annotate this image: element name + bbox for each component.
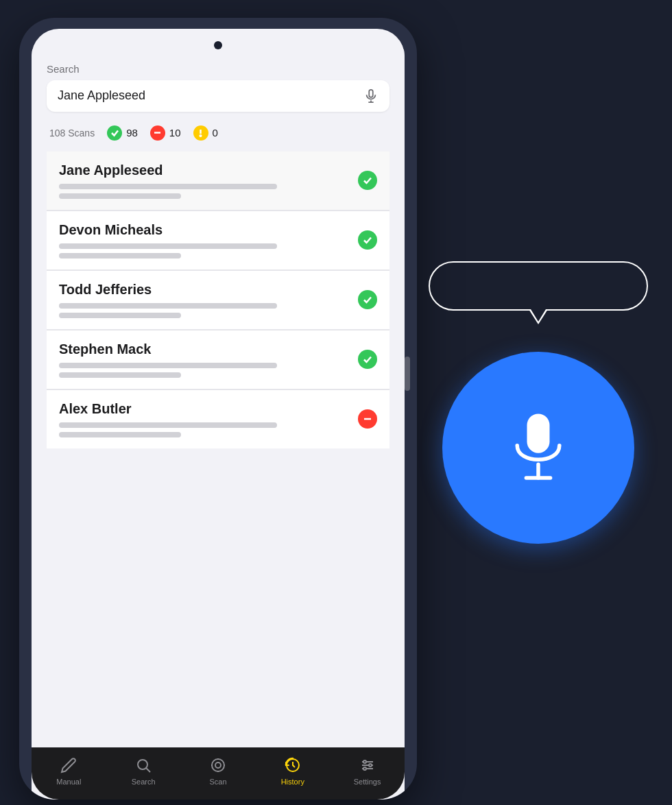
svg-rect-0 [369,89,373,97]
svg-point-10 [215,762,221,768]
status-green-icon [358,350,377,369]
status-green-icon [358,171,377,190]
svg-point-9 [212,759,224,771]
list-item-content: Jane Appleseed [59,163,350,199]
voice-mic-button[interactable] [442,352,634,544]
list-item-bar1 [59,363,277,368]
list-item-content: Alex Butler [59,401,350,437]
scan-icon [208,756,228,775]
mic-icon[interactable] [363,88,379,104]
status-red-icon [358,409,377,429]
nav-item-history[interactable]: History [269,756,317,786]
svg-point-5 [200,135,202,136]
pencil-icon [59,756,78,775]
nav-label-search: Search [132,778,156,786]
speech-bubble [429,261,648,311]
search-icon [134,756,153,775]
status-green-icon [358,290,377,309]
nav-item-settings[interactable]: Settings [344,756,392,786]
green-badge [107,125,122,141]
red-badge [150,125,165,141]
list-item-name: Alex Butler [59,401,350,417]
list-item-bar1 [59,422,277,428]
list-item[interactable]: Stephen Mack [47,330,389,389]
svg-point-21 [363,767,366,770]
list-item[interactable]: Alex Butler [47,389,389,448]
nav-item-search[interactable]: Search [119,756,167,786]
red-count: 10 [169,127,181,139]
history-icon [283,756,302,775]
phone-frame: Search Jane Appleseed 108 Scans [19,18,417,800]
list-item-bar1 [59,184,277,189]
screen-content: Search Jane Appleseed 108 Scans [32,49,405,747]
list-item[interactable]: Todd Jefferies [47,270,389,330]
list-item-bar1 [59,303,277,309]
list-item-name: Jane Appleseed [59,163,350,178]
green-stat: 98 [107,125,138,141]
list-item-content: Devon Micheals [59,222,350,259]
list-item[interactable]: Jane Appleseed [47,152,389,211]
nav-label-manual: Manual [56,778,81,786]
right-panel [405,0,672,805]
red-stat: 10 [150,125,181,141]
green-count: 98 [126,127,138,139]
svg-line-8 [147,768,151,772]
list-item-content: Stephen Mack [59,341,350,378]
nav-label-history: History [281,778,304,786]
list-item-content: Todd Jefferies [59,282,350,318]
search-label: Search [47,63,389,75]
nav-label-settings: Settings [354,778,381,786]
list-item-bar2 [59,313,181,318]
phone-screen: Search Jane Appleseed 108 Scans [32,29,405,800]
list-item[interactable]: Devon Micheals [47,211,389,270]
total-scans: 108 Scans [49,128,95,139]
search-value: Jane Appleseed [58,88,145,103]
svg-rect-22 [527,414,550,453]
svg-point-19 [363,760,366,763]
bottom-nav: Manual Search [32,747,405,800]
settings-icon [358,756,377,775]
scan-list: Jane Appleseed Devon Micheals [47,152,389,747]
list-item-bar1 [59,243,277,249]
list-item-bar2 [59,193,181,199]
svg-point-20 [369,764,372,767]
yellow-stat: 0 [193,125,218,141]
list-item-bar2 [59,372,181,378]
nav-item-scan[interactable]: Scan [194,756,242,786]
camera-dot [214,41,222,49]
list-item-bar2 [59,432,181,437]
yellow-badge [193,125,208,141]
list-item-bar2 [59,253,181,259]
list-item-name: Todd Jefferies [59,282,350,298]
status-green-icon [358,230,377,250]
nav-label-scan: Scan [209,778,226,786]
search-bar[interactable]: Jane Appleseed [47,80,389,112]
nav-item-manual[interactable]: Manual [45,756,93,786]
list-item-name: Devon Micheals [59,222,350,238]
yellow-count: 0 [213,127,218,139]
list-item-name: Stephen Mack [59,341,350,357]
svg-point-7 [138,760,147,769]
stats-bar: 108 Scans 98 10 [47,125,389,141]
